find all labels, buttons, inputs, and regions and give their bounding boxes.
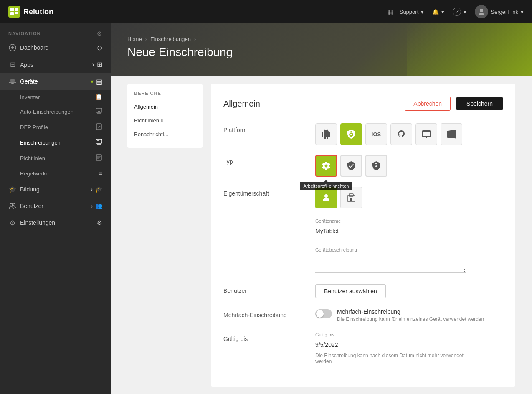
- geraetename-input[interactable]: [315, 225, 466, 237]
- type-buttons: Arbeitsprofil einrichten: [315, 155, 503, 177]
- richtlinien-icon: [96, 154, 102, 162]
- geraetename-group: Gerätename: [315, 219, 466, 237]
- sidebar-sub-regelwerke[interactable]: Regelwerke ≡: [0, 166, 111, 181]
- breadcrumb-sep-1: ›: [145, 36, 147, 42]
- toggle-wrapper: Mehrfach-Einschreibung Die Einschreibung…: [315, 308, 503, 322]
- platform-android[interactable]: [315, 123, 337, 145]
- sidebar-item-geraete[interactable]: Geräte ▾ ▤: [0, 73, 111, 90]
- geraetebeschreibung-row: Gerätebeschreibung: [223, 247, 503, 274]
- sidebar-sub-einschreibungen[interactable]: Einschreibungen: [0, 135, 111, 150]
- mehrfach-control: Mehrfach-Einschreibung Die Einschreibung…: [315, 308, 503, 322]
- sub-label: Regelwerke: [20, 170, 49, 177]
- benutzer-icon: [8, 202, 17, 210]
- sidebar-sub-richtlinien[interactable]: Richtlinien: [0, 150, 111, 166]
- svg-rect-0: [10, 8, 14, 11]
- sidebar-section-label: NAVIGATION ⊙: [0, 23, 111, 39]
- form-card: Allgemein Abbrechen Speichern Plattform: [211, 84, 515, 387]
- toggle-text-group: Mehrfach-Einschreibung Die Einschreibung…: [337, 308, 484, 322]
- typ-label: Typ: [223, 155, 307, 165]
- select-user-button[interactable]: Benutzer auswählen: [315, 284, 386, 298]
- platform-ios[interactable]: iOS: [365, 123, 387, 145]
- svg-point-5: [479, 13, 484, 15]
- form-title: Allgemein: [223, 99, 260, 109]
- eigentuemer-label: Eigentümerschaft: [223, 187, 307, 197]
- ownership-buttons: [315, 187, 503, 208]
- typ-vollstaendig[interactable]: [340, 155, 362, 177]
- sidebar-item-bildung[interactable]: 🎓 Bildung 🎓: [0, 181, 111, 198]
- typ-arbeitsprofil-wrapper: Arbeitsprofil einrichten: [315, 155, 337, 177]
- typ-arbeitsprofil[interactable]: [315, 155, 337, 177]
- support-icon: ▦: [388, 8, 394, 16]
- geraete-chevron: ▾: [91, 78, 94, 85]
- svg-rect-2: [10, 12, 14, 15]
- eigentuemer-person[interactable]: [315, 187, 337, 208]
- user-menu[interactable]: Sergei Fink: [475, 5, 524, 18]
- apps-grid-icon: ⊞: [97, 61, 102, 69]
- eigentuemer-company[interactable]: [340, 187, 362, 208]
- mehrfach-row: Mehrfach-Einschreibung Mehrfach-Einschre…: [223, 308, 503, 322]
- einstellungen-icon: ⚙: [8, 219, 17, 227]
- dashboard-icon: [8, 43, 17, 52]
- sidebar: NAVIGATION ⊙ Dashboard ⊙ ⊞ Apps ⊞: [0, 23, 111, 394]
- geraetename-label: [223, 219, 307, 222]
- platform-windows[interactable]: [441, 123, 462, 145]
- sidebar-item-benutzer[interactable]: Benutzer 👥: [0, 198, 111, 214]
- logo-icon: [8, 6, 20, 18]
- sections-label: Bereiche: [127, 91, 203, 100]
- geraetename-field-label: Gerätename: [315, 219, 466, 224]
- gueltig-group: Gültig bis Die Einschreibung kann nach d…: [315, 332, 466, 364]
- sidebar-item-label: Benutzer: [20, 203, 43, 209]
- section-nav-benachrichtigungen[interactable]: Benachrichti...: [127, 127, 203, 141]
- gueltig-input[interactable]: [315, 339, 466, 351]
- platform-buttons: iOS: [315, 123, 503, 145]
- sidebar-sub-inventar[interactable]: Inventar 📋: [0, 90, 111, 104]
- sidebar-item-einstellungen[interactable]: ⚙ Einstellungen ⚙: [0, 214, 111, 231]
- breadcrumb-home[interactable]: Home: [127, 36, 142, 42]
- help-chevron: [464, 9, 466, 15]
- einstellungen-badge-icon: ⚙: [97, 219, 102, 226]
- svg-rect-20: [349, 194, 353, 196]
- sidebar-item-apps[interactable]: ⊞ Apps ⊞: [0, 56, 111, 73]
- geraetebeschreibung-field-label: Gerätebeschreibung: [315, 247, 503, 252]
- section-nav-richtlinien[interactable]: Richtlinien u...: [127, 114, 203, 127]
- app-logo: Relution: [8, 6, 388, 18]
- typ-kiosk[interactable]: [365, 155, 387, 177]
- section-nav-allgemein[interactable]: Allgemein: [127, 100, 203, 114]
- main-content: Home › Einschreibungen › Neue Einschreib…: [111, 23, 532, 394]
- sidebar-item-dashboard[interactable]: Dashboard ⊙: [0, 39, 111, 56]
- svg-point-7: [11, 46, 14, 49]
- platform-label: Plattform: [223, 123, 307, 133]
- svg-point-4: [480, 9, 483, 12]
- sidebar-sub-auto-einschreibungen[interactable]: Auto-Einschreibungen: [0, 104, 111, 119]
- form-actions: Abbrechen Speichern: [405, 97, 503, 111]
- cancel-button[interactable]: Abbrechen: [405, 97, 451, 111]
- notification-menu[interactable]: 🔔: [432, 9, 444, 15]
- platform-appletv[interactable]: [415, 123, 437, 145]
- apps-chevron: [92, 60, 94, 69]
- sidebar-sub-dep-profile[interactable]: DEP Profile: [0, 119, 111, 135]
- bildung-chevron: [91, 186, 93, 193]
- bildung-badge-icon: 🎓: [95, 186, 102, 193]
- benutzer-row: Benutzer Benutzer auswählen: [223, 284, 503, 298]
- platform-android-work[interactable]: [340, 123, 362, 145]
- sidebar-item-label: Apps: [20, 61, 33, 68]
- svg-rect-1: [15, 8, 18, 11]
- svg-rect-9: [10, 79, 15, 82]
- toggle-title: Mehrfach-Einschreibung: [337, 308, 484, 315]
- mehrfach-label: Mehrfach-Einschreibung: [223, 308, 307, 318]
- svg-rect-10: [11, 83, 14, 84]
- support-menu[interactable]: ▦ _Support: [388, 8, 424, 16]
- sidebar-item-label: Dashboard: [20, 44, 49, 51]
- gueltig-field-label: Gültig bis: [315, 332, 466, 337]
- geraetebeschreibung-textarea[interactable]: [315, 254, 466, 273]
- sub-label: Richtlinien: [20, 155, 45, 161]
- platform-mac[interactable]: [390, 123, 412, 145]
- sidebar-item-label: Geräte: [20, 78, 38, 85]
- support-label: _Support: [396, 9, 418, 15]
- breadcrumb-einschreibungen[interactable]: Einschreibungen: [150, 36, 191, 42]
- help-menu[interactable]: ?: [453, 8, 466, 16]
- save-button[interactable]: Speichern: [456, 97, 503, 110]
- top-navigation: Relution ▦ _Support 🔔 ? Sergei Fink: [0, 0, 532, 23]
- mehrfach-toggle[interactable]: [315, 309, 332, 318]
- auto-einschreibung-icon: [96, 108, 102, 116]
